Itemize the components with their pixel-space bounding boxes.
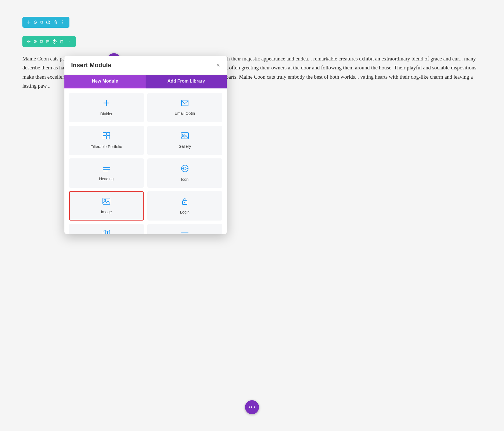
modal-header: Insert Module × <box>64 56 227 75</box>
module-grid: Divider Email Optin <box>64 88 227 234</box>
email-optin-icon <box>181 100 189 108</box>
toolbar-blue[interactable]: ✛ ⚙ ⧉ ⏻ 🗑 ⋮ <box>22 17 69 28</box>
more-icon-2[interactable]: ⋮ <box>67 39 71 44</box>
email-optin-label: Email Optin <box>175 111 195 116</box>
power-icon[interactable]: ⏻ <box>46 20 50 25</box>
filterable-portfolio-icon <box>102 132 110 142</box>
module-icon[interactable]: Icon <box>147 158 222 188</box>
duplicate-icon-2[interactable]: ⧉ <box>40 39 43 44</box>
svg-rect-19 <box>103 198 110 204</box>
icon-module-icon <box>181 165 189 174</box>
svg-rect-7 <box>107 136 110 139</box>
module-login[interactable]: Login <box>147 191 222 221</box>
delete-icon[interactable]: 🗑 <box>53 20 58 25</box>
map-icon <box>102 230 110 234</box>
duplicate-icon[interactable]: ⧉ <box>40 20 43 25</box>
svg-rect-5 <box>107 132 110 135</box>
modal-tabs: New Module Add From Library <box>64 75 227 88</box>
heading-icon <box>102 165 110 174</box>
modal-title: Insert Module <box>71 62 111 69</box>
move-icon[interactable]: ✛ <box>27 20 31 25</box>
menu-icon <box>181 231 189 234</box>
heading-label: Heading <box>99 177 114 181</box>
svg-point-20 <box>104 199 106 201</box>
more-icon[interactable]: ⋮ <box>60 20 65 25</box>
move-icon-2[interactable]: ✛ <box>27 39 31 44</box>
grid-icon[interactable]: ⊞ <box>46 39 50 44</box>
settings-icon[interactable]: ⚙ <box>33 20 37 25</box>
login-label: Login <box>180 210 190 214</box>
image-label: Image <box>101 210 112 214</box>
module-map[interactable]: Map <box>69 224 144 234</box>
gallery-label: Gallery <box>179 144 191 149</box>
svg-rect-8 <box>181 133 188 139</box>
content-area: ✛ ⚙ ⧉ ⏻ 🗑 ⋮ ✛ ⚙ ⧉ ⊞ ⏻ 🗑 ⋮ Maine Coon cat… <box>0 0 504 113</box>
insert-module-modal: Insert Module × New Module Add From Libr… <box>64 56 227 234</box>
svg-point-22 <box>184 202 185 203</box>
svg-rect-3 <box>181 100 188 106</box>
svg-point-9 <box>183 134 184 136</box>
toolbar-teal[interactable]: ✛ ⚙ ⧉ ⊞ ⏻ 🗑 ⋮ <box>22 36 76 47</box>
svg-marker-23 <box>103 231 110 234</box>
bottom-dots-button[interactable]: ••• <box>245 400 259 414</box>
module-gallery[interactable]: Gallery <box>147 126 222 155</box>
image-icon <box>102 198 111 207</box>
delete-icon-2[interactable]: 🗑 <box>60 39 64 44</box>
divider-icon <box>102 99 110 109</box>
dots-icon: ••• <box>248 404 256 411</box>
module-heading[interactable]: Heading <box>69 158 144 188</box>
module-image[interactable]: Image <box>69 191 144 221</box>
module-divider[interactable]: Divider <box>69 93 144 122</box>
divider-label: Divider <box>100 112 113 116</box>
module-menu[interactable]: Menu <box>147 224 222 234</box>
module-filterable-portfolio[interactable]: Filterable Portfolio <box>69 126 144 155</box>
svg-point-14 <box>183 167 186 170</box>
login-icon <box>181 197 188 207</box>
svg-rect-6 <box>103 136 106 139</box>
svg-rect-4 <box>103 132 106 135</box>
power-icon-2[interactable]: ⏻ <box>52 39 57 44</box>
module-email-optin[interactable]: Email Optin <box>147 93 222 122</box>
modal-close-button[interactable]: × <box>216 62 220 68</box>
tab-add-from-library[interactable]: Add From Library <box>146 75 227 88</box>
tab-new-module[interactable]: New Module <box>64 75 146 88</box>
settings-icon-2[interactable]: ⚙ <box>33 39 37 44</box>
gallery-icon <box>181 132 189 141</box>
icon-module-label: Icon <box>181 177 188 182</box>
filterable-portfolio-label: Filterable Portfolio <box>91 144 122 149</box>
